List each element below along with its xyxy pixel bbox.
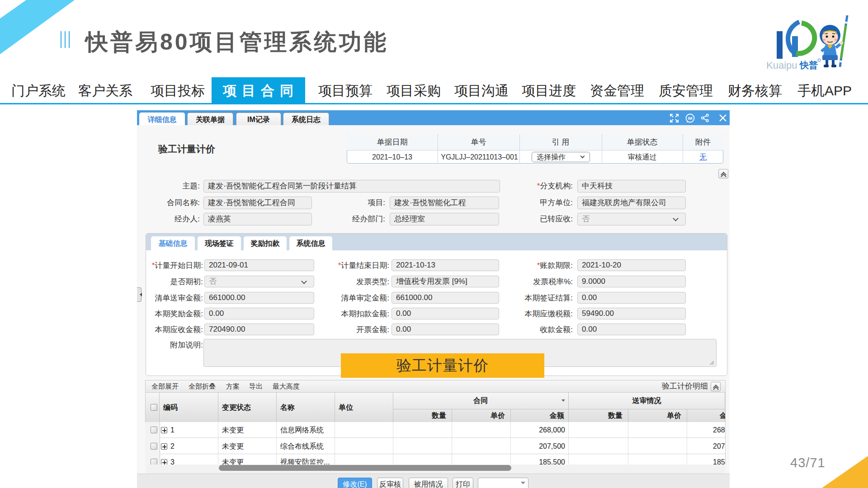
svg-text:Kuaipu: Kuaipu <box>766 60 797 71</box>
svg-text:IM: IM <box>688 116 693 121</box>
svg-text:快普: 快普 <box>799 60 818 70</box>
